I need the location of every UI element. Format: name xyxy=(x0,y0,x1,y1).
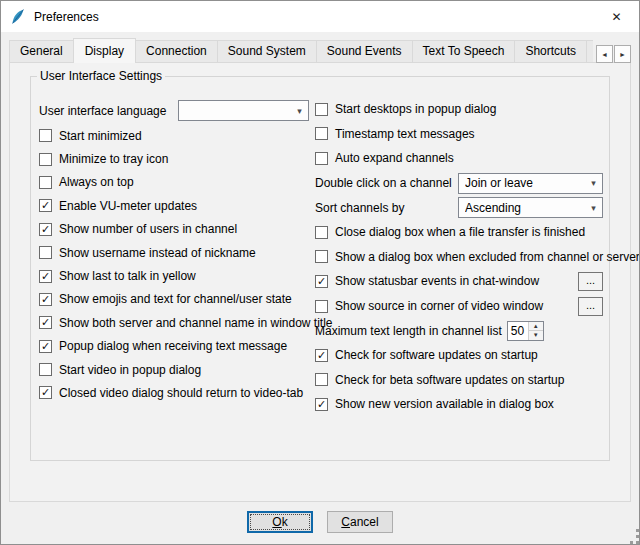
checkbox[interactable]: ✓ xyxy=(39,386,52,399)
checkbox[interactable] xyxy=(315,373,328,386)
spinner-value[interactable]: 50 xyxy=(508,322,528,340)
dropdown[interactable]: Join or leave▾ xyxy=(458,173,603,194)
field-label: Maximum text length in channel list xyxy=(315,324,502,338)
max-text-length-spinner[interactable]: 50▲▼ xyxy=(507,321,544,341)
checkbox[interactable]: ✓ xyxy=(39,223,52,236)
checkbox[interactable] xyxy=(315,103,328,116)
field-label: Double click on a channel xyxy=(315,176,452,190)
checkbox[interactable] xyxy=(315,300,328,313)
checkbox-label: Show username instead of nickname xyxy=(59,246,256,260)
tab-sound-system[interactable]: Sound System xyxy=(217,40,317,63)
checkbox[interactable]: ✓ xyxy=(315,275,328,288)
option-row: Auto expand channels xyxy=(315,146,603,171)
checkbox[interactable]: ✓ xyxy=(39,316,52,329)
tab-shortcuts[interactable]: Shortcuts xyxy=(514,40,587,63)
checkbox[interactable]: ✓ xyxy=(39,199,52,212)
close-icon[interactable]: ✕ xyxy=(594,1,639,32)
option-row: ✓Check for software updates on startup xyxy=(315,343,603,368)
resize-grip[interactable] xyxy=(630,535,633,538)
dropdown[interactable]: Ascending▾ xyxy=(458,197,603,218)
checkbox[interactable]: ✓ xyxy=(315,398,328,411)
checkbox[interactable]: ✓ xyxy=(315,349,328,362)
checkbox-label: Enable VU-meter updates xyxy=(59,199,197,213)
checkbox[interactable] xyxy=(39,363,52,376)
more-options-button[interactable]: ... xyxy=(578,297,603,316)
checkbox-label: Show a dialog box when excluded from cha… xyxy=(335,250,640,264)
option-row: Timestamp text messages xyxy=(315,122,603,147)
checkbox[interactable] xyxy=(39,153,52,166)
chevron-down-icon: ▾ xyxy=(585,203,602,213)
tab-page-display: User Interface Settings User interface l… xyxy=(9,62,631,502)
checkbox[interactable] xyxy=(39,246,52,259)
ok-button[interactable]: Ok xyxy=(247,511,313,533)
option-row: Sort channels byAscending▾ xyxy=(315,195,603,220)
cancel-button[interactable]: Cancel xyxy=(327,511,393,533)
checkbox[interactable]: ✓ xyxy=(39,270,52,283)
chevron-down-icon: ▾ xyxy=(291,106,308,116)
spin-up-icon[interactable]: ▲ xyxy=(529,322,543,331)
option-row: Show username instead of nickname xyxy=(39,241,313,264)
option-row: Close dialog box when a file transfer is… xyxy=(315,220,603,245)
option-row: ✓Show new version available in dialog bo… xyxy=(315,392,603,417)
tab-general[interactable]: General xyxy=(9,40,74,63)
tab-connection[interactable]: Connection xyxy=(135,40,218,63)
checkbox[interactable] xyxy=(315,226,328,239)
checkbox-label: Show new version available in dialog box xyxy=(335,397,554,411)
checkbox[interactable] xyxy=(39,129,52,142)
tab-strip: GeneralDisplayConnectionSound SystemSoun… xyxy=(9,41,631,63)
checkbox-label: Check for beta software updates on start… xyxy=(335,373,564,387)
checkbox-label: Auto expand channels xyxy=(335,151,454,165)
tab-scroll-right-icon[interactable]: ► xyxy=(614,45,631,63)
checkbox-label: Show statusbar events in chat-window xyxy=(335,274,539,288)
checkbox[interactable]: ✓ xyxy=(39,293,52,306)
tab-video[interactable]: Video xyxy=(586,40,593,63)
checkbox-label: Timestamp text messages xyxy=(335,127,475,141)
option-row: Show a dialog box when excluded from cha… xyxy=(315,245,603,270)
checkbox-label: Closed video dialog should return to vid… xyxy=(59,386,303,400)
checkbox-label: Popup dialog when receiving text message xyxy=(59,339,287,353)
option-row: ✓Show last to talk in yellow xyxy=(39,264,313,287)
checkbox-label: Always on top xyxy=(59,175,134,189)
right-column: Start desktops in popup dialogTimestamp … xyxy=(315,97,603,417)
tab-text-to-speech[interactable]: Text To Speech xyxy=(412,40,516,63)
checkbox[interactable] xyxy=(39,176,52,189)
option-row: Always on top xyxy=(39,171,313,194)
option-row: Double click on a channelJoin or leave▾ xyxy=(315,171,603,196)
tab-scroll-left-icon[interactable]: ◄ xyxy=(596,45,613,63)
checkbox[interactable]: ✓ xyxy=(39,340,52,353)
window-title: Preferences xyxy=(34,10,99,24)
tab-display[interactable]: Display xyxy=(73,38,136,63)
chevron-down-icon: ▾ xyxy=(585,178,602,188)
checkbox-label: Start minimized xyxy=(59,129,142,143)
option-row: ✓Show number of users in channel xyxy=(39,218,313,241)
checkbox[interactable] xyxy=(315,250,328,263)
checkbox[interactable] xyxy=(315,127,328,140)
left-column: User interface language ▾ Start minimize… xyxy=(39,97,313,405)
dialog-buttons: Ok Cancel xyxy=(1,511,639,533)
checkbox-label: Close dialog box when a file transfer is… xyxy=(335,225,585,239)
option-row: Check for beta software updates on start… xyxy=(315,368,603,393)
dropdown-value: Ascending xyxy=(465,201,521,215)
option-row: Maximum text length in channel list50▲▼ xyxy=(315,318,603,343)
checkbox[interactable] xyxy=(315,152,328,165)
tab-sound-events[interactable]: Sound Events xyxy=(316,40,413,63)
option-row: ✓Show emojis and text for channel/user s… xyxy=(39,288,313,311)
checkbox-label: Start video in popup dialog xyxy=(59,363,201,377)
language-label: User interface language xyxy=(39,104,178,118)
checkbox-label: Minimize to tray icon xyxy=(59,152,168,166)
spinner-arrows: ▲▼ xyxy=(528,322,543,340)
option-row: Minimize to tray icon xyxy=(39,147,313,170)
checkbox-label: Show both server and channel name in win… xyxy=(59,316,333,330)
spin-down-icon[interactable]: ▼ xyxy=(529,330,543,340)
option-row: ✓Show both server and channel name in wi… xyxy=(39,311,313,334)
option-row: ✓Show statusbar events in chat-window... xyxy=(315,269,603,294)
more-options-button[interactable]: ... xyxy=(578,272,603,291)
checkbox-label: Show number of users in channel xyxy=(59,222,237,236)
option-row: ✓Closed video dialog should return to vi… xyxy=(39,381,313,404)
language-dropdown[interactable]: ▾ xyxy=(178,100,309,121)
group-title: User Interface Settings xyxy=(37,69,165,83)
option-row: Start minimized xyxy=(39,124,313,147)
checkbox-label: Show source in corner of video window xyxy=(335,299,543,313)
option-row: Show source in corner of video window... xyxy=(315,294,603,319)
app-icon xyxy=(10,9,26,25)
